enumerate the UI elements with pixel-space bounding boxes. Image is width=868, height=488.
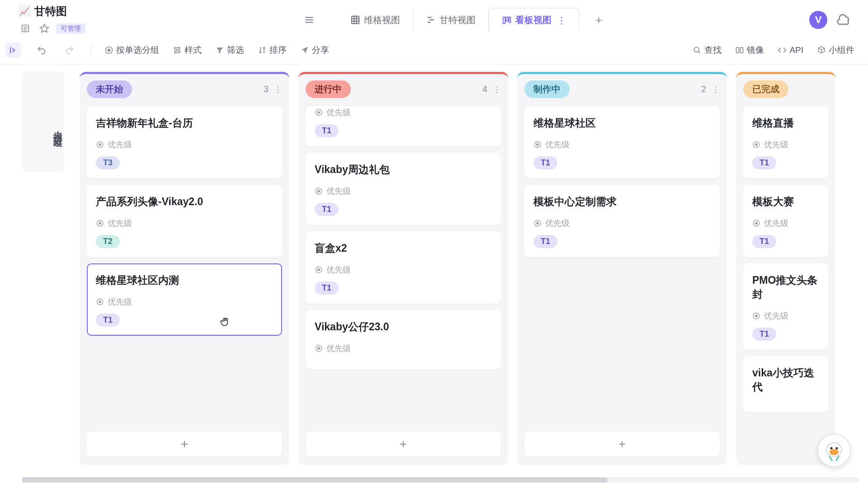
app-logo[interactable]: V bbox=[809, 11, 827, 29]
column-label[interactable]: 制作中 bbox=[524, 80, 570, 98]
menu-icon[interactable] bbox=[303, 14, 315, 26]
kanban-column: 制作中2⋮维格星球社区优先级T1模板中心定制需求优先级T1+ bbox=[517, 72, 727, 465]
star-icon[interactable] bbox=[37, 21, 52, 36]
priority-pill: T1 bbox=[315, 282, 339, 295]
svg-point-21 bbox=[108, 49, 111, 52]
find-button[interactable]: 查找 bbox=[693, 44, 722, 56]
priority-pill: T1 bbox=[315, 124, 339, 137]
page-title: 甘特图 bbox=[34, 4, 67, 19]
kanban-card[interactable]: 优先级T1 bbox=[306, 106, 501, 146]
svg-rect-16 bbox=[503, 17, 505, 23]
sort-button[interactable]: 排序 bbox=[258, 44, 287, 56]
kanban-card[interactable]: Vikaby周边礼包优先级T1 bbox=[306, 153, 501, 225]
add-card-button[interactable]: + bbox=[524, 432, 720, 457]
tab-kanban[interactable]: 看板视图⋮ bbox=[489, 8, 579, 32]
priority-pill: T1 bbox=[533, 156, 557, 169]
card-title: Vikaby公仔23.0 bbox=[315, 320, 492, 334]
kanban-card[interactable]: 模板大赛优先级T1 bbox=[743, 185, 828, 257]
mirror-button[interactable]: 镜像 bbox=[735, 44, 764, 56]
svg-rect-18 bbox=[509, 17, 510, 22]
priority-field-label: 优先级 bbox=[96, 218, 273, 229]
cloud-icon[interactable] bbox=[836, 12, 852, 28]
group-button[interactable]: 按单选分组 bbox=[104, 44, 159, 56]
horizontal-scrollbar[interactable] bbox=[22, 477, 859, 483]
group-vertical-label[interactable]: 未指定分组 bbox=[22, 72, 64, 171]
svg-point-22 bbox=[176, 49, 179, 52]
priority-field-label: 优先级 bbox=[315, 264, 492, 275]
permission-badge[interactable]: 可管理 bbox=[56, 23, 85, 34]
column-label[interactable]: 进行中 bbox=[306, 80, 351, 98]
card-title: 维格直播 bbox=[752, 116, 819, 130]
add-card-button[interactable]: + bbox=[306, 432, 501, 457]
card-title: 模板大赛 bbox=[752, 195, 819, 209]
svg-point-28 bbox=[99, 143, 101, 146]
priority-pill: T1 bbox=[752, 156, 776, 169]
kanban-card[interactable]: vika小技巧迭代 bbox=[743, 356, 828, 412]
share-button[interactable]: 分享 bbox=[300, 44, 329, 56]
svg-point-54 bbox=[835, 447, 838, 449]
column-label[interactable]: 已完成 bbox=[743, 80, 788, 98]
more-icon[interactable]: ⋮ bbox=[557, 15, 566, 26]
svg-point-42 bbox=[536, 143, 539, 146]
svg-point-38 bbox=[317, 268, 320, 271]
priority-pill: T1 bbox=[315, 203, 339, 216]
kanban-card[interactable]: 盲盒x2优先级T1 bbox=[306, 231, 501, 304]
svg-point-34 bbox=[317, 111, 320, 114]
add-view-button[interactable]: + bbox=[588, 13, 610, 27]
kanban-card[interactable]: 产品系列头像-Vikay2.0优先级T2 bbox=[87, 185, 282, 257]
kanban-card[interactable]: 维格星球社区优先级T1 bbox=[524, 106, 720, 178]
kanban-card[interactable]: Vikaby公仔23.0优先级 bbox=[306, 310, 501, 369]
column-label[interactable]: 未开始 bbox=[87, 80, 132, 98]
tab-gantt[interactable]: 甘特视图 bbox=[413, 9, 489, 32]
description-icon[interactable] bbox=[18, 21, 33, 36]
grid-icon bbox=[350, 15, 360, 25]
card-title: 吉祥物新年礼盒-台历 bbox=[96, 116, 273, 130]
gantt-icon bbox=[426, 15, 436, 25]
priority-field-label: 优先级 bbox=[752, 310, 819, 321]
svg-marker-4 bbox=[40, 24, 48, 32]
svg-rect-25 bbox=[736, 47, 739, 53]
card-title: 维格星球社区内测 bbox=[96, 273, 273, 287]
undo-button[interactable] bbox=[34, 43, 49, 57]
svg-point-53 bbox=[830, 447, 833, 449]
filter-button[interactable]: 筛选 bbox=[215, 44, 244, 56]
tab-grid[interactable]: 维格视图 bbox=[338, 9, 413, 32]
card-title: 产品系列头像-Vikay2.0 bbox=[96, 195, 273, 209]
svg-point-40 bbox=[317, 347, 320, 350]
kanban-icon bbox=[502, 15, 512, 25]
card-title: vika小技巧迭代 bbox=[752, 366, 819, 394]
card-title: 盲盒x2 bbox=[315, 241, 492, 255]
kanban-card[interactable]: 维格星球社区内测优先级T1 bbox=[87, 263, 282, 336]
svg-point-36 bbox=[317, 190, 320, 192]
priority-pill: T1 bbox=[96, 314, 120, 327]
column-menu-icon[interactable]: ⋮ bbox=[274, 84, 282, 94]
svg-point-50 bbox=[755, 314, 758, 317]
card-title: Vikaby周边礼包 bbox=[315, 163, 492, 177]
kanban-column: 进行中4⋮优先级T1Vikaby周边礼包优先级T1盲盒x2优先级T1Vikaby… bbox=[298, 72, 508, 465]
expand-sidebar-button[interactable] bbox=[5, 42, 21, 58]
column-menu-icon[interactable]: ⋮ bbox=[712, 84, 720, 94]
column-menu-icon[interactable]: ⋮ bbox=[493, 84, 501, 94]
add-card-button[interactable]: + bbox=[87, 432, 282, 457]
api-button[interactable]: API bbox=[778, 45, 803, 55]
kanban-card[interactable]: 维格直播优先级T1 bbox=[743, 106, 828, 178]
svg-rect-26 bbox=[741, 47, 743, 53]
style-button[interactable]: 样式 bbox=[173, 44, 202, 56]
priority-pill: T1 bbox=[533, 235, 557, 248]
priority-field-label: 优先级 bbox=[752, 218, 819, 229]
kanban-card[interactable]: 吉祥物新年礼盒-台历优先级T3 bbox=[87, 106, 282, 178]
kanban-card[interactable]: PMO推文头条封优先级T1 bbox=[743, 263, 828, 350]
priority-field-label: 优先级 bbox=[96, 296, 273, 307]
help-mascot[interactable] bbox=[817, 434, 851, 467]
card-title: PMO推文头条封 bbox=[752, 273, 819, 301]
priority-field-label: 优先级 bbox=[533, 139, 711, 150]
widget-button[interactable]: 小组件 bbox=[817, 44, 854, 56]
priority-field-label: 优先级 bbox=[315, 186, 492, 197]
kanban-column: 已完成维格直播优先级T1模板大赛优先级T1PMO推文头条封优先级T1vika小技… bbox=[736, 72, 835, 465]
redo-button[interactable] bbox=[62, 43, 77, 57]
svg-point-44 bbox=[536, 222, 539, 225]
kanban-card[interactable]: 模板中心定制需求优先级T1 bbox=[524, 185, 720, 257]
priority-pill: T2 bbox=[96, 235, 120, 248]
title-icon: 📈 bbox=[18, 5, 31, 18]
priority-pill: T3 bbox=[96, 156, 120, 169]
